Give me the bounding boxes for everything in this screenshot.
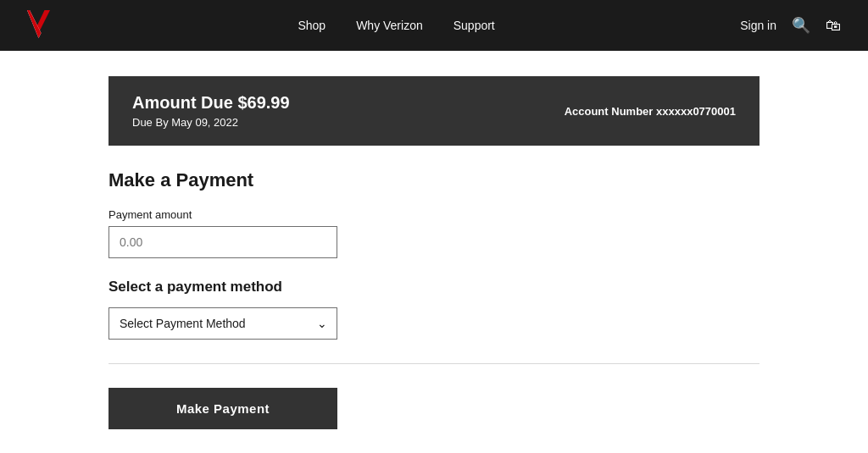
account-number: Account Number xxxxxx0770001 xyxy=(565,105,736,118)
cart-icon[interactable]: 🛍 xyxy=(826,17,841,35)
payment-amount-input[interactable] xyxy=(108,226,337,258)
select-method-title: Select a payment method xyxy=(108,279,760,296)
nav-links: Shop Why Verizon Support xyxy=(298,19,494,32)
nav-shop[interactable]: Shop xyxy=(298,19,326,32)
signin-link[interactable]: Sign in xyxy=(740,19,776,32)
amount-due-banner: Amount Due $69.99 Due By May 09, 2022 Ac… xyxy=(108,76,760,146)
search-icon[interactable]: 🔍 xyxy=(792,16,810,35)
make-payment-title: Make a Payment xyxy=(108,169,760,191)
section-divider xyxy=(108,363,760,364)
nav-why-verizon[interactable]: Why Verizon xyxy=(356,19,423,32)
make-payment-button[interactable]: Make Payment xyxy=(108,388,337,429)
due-date: Due By May 09, 2022 xyxy=(132,116,290,129)
payment-method-select[interactable]: Select Payment Method Credit/Debit Card … xyxy=(108,307,337,340)
navbar: Shop Why Verizon Support Sign in 🔍 🛍 xyxy=(0,0,868,51)
main-content: Amount Due $69.99 Due By May 09, 2022 Ac… xyxy=(95,51,773,453)
verizon-logo[interactable] xyxy=(27,10,53,41)
account-label: Account Number xyxy=(565,105,654,118)
account-number-value: xxxxxx0770001 xyxy=(656,105,736,118)
payment-method-wrapper: Select Payment Method Credit/Debit Card … xyxy=(108,307,337,340)
nav-right-actions: Sign in 🔍 🛍 xyxy=(740,16,841,35)
nav-support[interactable]: Support xyxy=(453,19,495,32)
amount-due-title: Amount Due $69.99 xyxy=(132,93,290,113)
payment-amount-label: Payment amount xyxy=(108,208,760,221)
